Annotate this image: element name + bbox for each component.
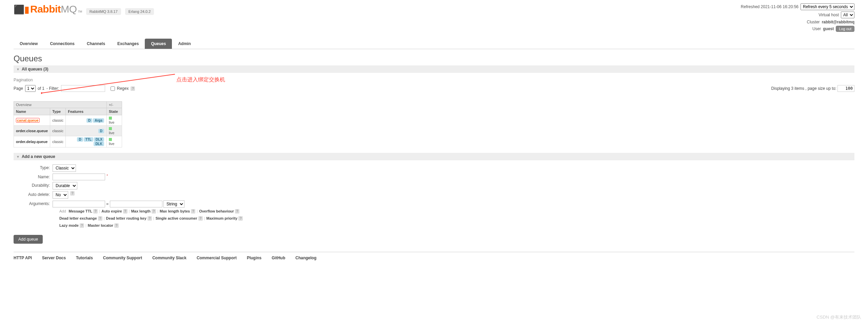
help-icon[interactable]: ? — [80, 223, 84, 228]
arg-hint-link[interactable]: Max length — [131, 209, 151, 213]
arg-hint-link[interactable]: Single active consumer — [156, 216, 197, 220]
queue-type: classic — [50, 136, 66, 147]
footer-link[interactable]: Changelog — [295, 256, 316, 260]
main-tabs: OverviewConnectionsChannelsExchangesQueu… — [14, 39, 854, 49]
tab-queues[interactable]: Queues — [145, 39, 172, 49]
footer-link[interactable]: Community Slack — [152, 256, 186, 260]
footer-link[interactable]: Tutorials — [76, 256, 93, 260]
durability-label: Durability: — [14, 182, 53, 188]
table-row: order.close.queueclassicD live — [14, 126, 122, 136]
status-panel: Refreshed 2021-11-06 16:20:56 Refresh ev… — [741, 3, 854, 32]
feature-badge: TTL — [84, 137, 93, 142]
arg-key-input[interactable] — [53, 201, 105, 207]
required-mark: * — [106, 174, 108, 178]
footer-link[interactable]: Plugins — [247, 256, 261, 260]
queue-features: DTTLDLXDLK — [66, 136, 107, 147]
footer-link[interactable]: Community Support — [103, 256, 142, 260]
page-of: of 1 — [38, 86, 44, 91]
chevron-down-icon: ▼ — [16, 67, 20, 71]
queue-features: DArgs — [66, 115, 107, 126]
version-rabbitmq: RabbitMQ 3.8.17 — [86, 8, 121, 15]
queues-table: Overview +/- Name Type Features State ca… — [14, 101, 122, 147]
queue-state: live — [106, 136, 122, 147]
feature-badge: Args — [93, 118, 104, 123]
status-dot-icon — [109, 117, 112, 120]
section-add-queue[interactable]: ▼ Add a new queue — [14, 153, 854, 160]
tab-overview[interactable]: Overview — [14, 39, 44, 49]
refresh-interval-select[interactable]: Refresh every 5 seconds — [801, 3, 854, 10]
queue-name-link[interactable]: order.close.queue — [14, 126, 50, 136]
queue-name-link[interactable]: order.delay.queue — [14, 136, 50, 147]
version-erlang: Erlang 24.0.2 — [125, 8, 154, 15]
status-dot-icon — [109, 127, 112, 130]
arg-hint-link[interactable]: Dead letter routing key — [106, 216, 146, 220]
pagination-label: Pagination — [14, 78, 854, 82]
arg-hint-link[interactable]: Lazy mode — [59, 223, 79, 227]
arg-hint-link[interactable]: Master locator — [88, 223, 113, 227]
help-icon[interactable]: ? — [152, 209, 156, 214]
cluster-label: Cluster — [807, 20, 820, 24]
section-all-queues[interactable]: ▼ All queues (3) — [14, 65, 854, 73]
arg-type-select[interactable]: String — [163, 200, 184, 208]
footer-link[interactable]: Server Docs — [42, 256, 66, 260]
arg-hint-link[interactable]: Auto expire — [101, 209, 122, 213]
name-label: Name: — [14, 174, 53, 179]
table-row: order.delay.queueclassicDTTLDLXDLK live — [14, 136, 122, 147]
arg-hint-link[interactable]: Dead letter exchange — [59, 216, 97, 220]
footer-link[interactable]: GitHub — [272, 256, 285, 260]
arg-hint-link[interactable]: Message TTL — [69, 209, 93, 213]
logo[interactable]: ⬛▮ RabbitMQ TM — [14, 3, 82, 15]
footer-link[interactable]: Commercial Support — [197, 256, 237, 260]
tab-admin[interactable]: Admin — [172, 39, 197, 49]
logout-button[interactable]: Log out — [836, 26, 854, 32]
help-icon[interactable]: ? — [238, 216, 243, 221]
footer: HTTP APIServer DocsTutorialsCommunity Su… — [14, 252, 854, 260]
help-icon[interactable]: ? — [198, 216, 203, 221]
col-name[interactable]: Name — [14, 108, 50, 115]
arg-hint-link[interactable]: Overflow behaviour — [199, 209, 234, 213]
autodelete-select[interactable]: No — [53, 191, 68, 199]
tab-connections[interactable]: Connections — [44, 39, 81, 49]
user-label: User — [812, 26, 821, 31]
queue-name-link[interactable]: canal.queue — [14, 115, 50, 126]
page-label: Page — [14, 86, 23, 91]
col-features[interactable]: Features — [66, 108, 107, 115]
page-size-input[interactable] — [837, 85, 854, 92]
arg-hint-link[interactable]: Maximum priority — [206, 216, 238, 220]
name-input[interactable] — [53, 174, 105, 180]
help-icon[interactable]: ? — [98, 216, 102, 221]
help-icon[interactable]: ? — [70, 191, 75, 196]
help-icon[interactable]: ? — [147, 216, 152, 221]
type-select[interactable]: Classic — [53, 164, 76, 172]
filter-input[interactable] — [61, 85, 105, 92]
vhost-select[interactable]: All — [841, 12, 854, 18]
queue-features: D — [66, 126, 107, 136]
queue-state: live — [106, 126, 122, 136]
help-icon[interactable]: ? — [93, 209, 98, 214]
tab-channels[interactable]: Channels — [81, 39, 111, 49]
logo-tm: TM — [78, 10, 82, 13]
feature-badge: D — [86, 118, 92, 123]
queue-state: live — [106, 115, 122, 126]
add-queue-label: Add a new queue — [22, 154, 55, 159]
footer-link[interactable]: HTTP API — [14, 256, 32, 260]
tab-exchanges[interactable]: Exchanges — [111, 39, 145, 49]
add-queue-button[interactable]: Add queue — [14, 235, 43, 244]
arg-hint-link[interactable]: Max length bytes — [160, 209, 190, 213]
page-select[interactable]: 1 — [25, 85, 36, 92]
col-state[interactable]: State — [106, 108, 122, 115]
durability-select[interactable]: Durable — [53, 182, 77, 189]
feature-badge: DLX — [94, 137, 104, 142]
regex-checkbox[interactable] — [111, 86, 115, 91]
help-icon[interactable]: ? — [191, 209, 195, 214]
help-icon[interactable]: ? — [114, 223, 119, 228]
status-dot-icon — [109, 138, 112, 141]
col-type[interactable]: Type — [50, 108, 66, 115]
arg-val-input[interactable] — [110, 201, 162, 207]
help-icon[interactable]: ? — [123, 209, 127, 214]
help-icon[interactable]: ? — [235, 209, 239, 214]
col-group-toggle[interactable]: +/- — [106, 102, 122, 108]
watermark: CSDN @有来技术团队 — [816, 314, 861, 320]
col-group-overview[interactable]: Overview — [14, 102, 107, 108]
help-icon[interactable]: ? — [131, 86, 135, 91]
